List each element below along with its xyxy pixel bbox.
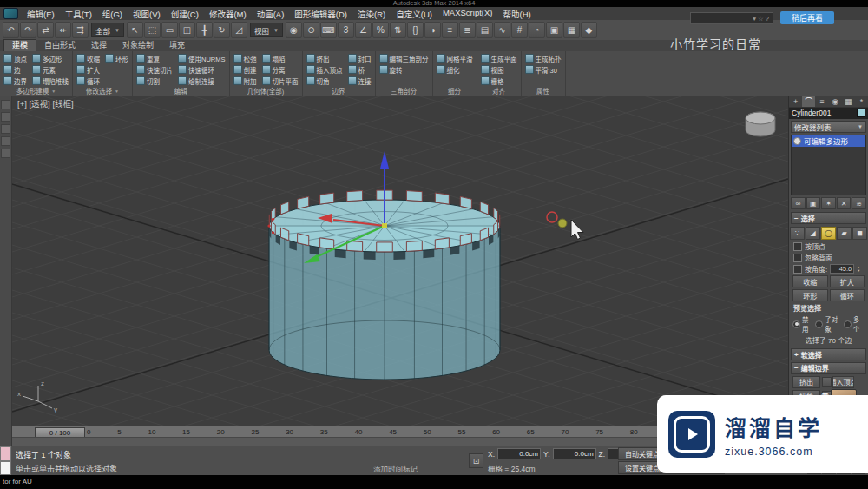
subobject-polygon[interactable]: ▰ — [837, 227, 852, 240]
ribbon-button[interactable]: 松弛 — [233, 54, 258, 63]
make-unique-button[interactable]: ✶ — [821, 197, 836, 209]
ribbon-button[interactable]: 桥 — [347, 65, 372, 75]
schematic-view-button[interactable]: # — [511, 22, 528, 38]
rendered-frame-button[interactable]: ▦ — [563, 22, 580, 38]
y-coordinate-field[interactable]: 0.0cm — [553, 448, 596, 459]
menu-item[interactable]: 视图(V) — [128, 8, 166, 20]
dock-toolbar-icon[interactable] — [1, 149, 10, 158]
menu-item[interactable]: MAXScript(X) — [437, 8, 498, 20]
show-end-result-button[interactable]: ▣ — [806, 197, 821, 209]
ribbon-button[interactable]: 附加 — [233, 76, 258, 86]
extrude-button[interactable]: 挤出 — [792, 376, 820, 388]
ribbon-button[interactable]: 封口 — [347, 54, 372, 63]
ribbon-tab[interactable]: 自由形式 — [36, 40, 83, 51]
ribbon-section-label[interactable]: 细分 — [436, 86, 474, 96]
ribbon-button[interactable]: 旋转 — [378, 65, 430, 75]
by-angle-checkbox[interactable] — [793, 265, 802, 274]
menu-item[interactable]: 动画(A) — [252, 8, 290, 20]
ignore-backfacing-checkbox[interactable] — [793, 254, 802, 262]
visibility-icon[interactable] — [793, 137, 801, 145]
ribbon-button[interactable]: 创建 — [233, 65, 258, 75]
rollout-selection-header[interactable]: − 选择 — [791, 212, 866, 224]
ring-button[interactable]: 环形 — [792, 289, 828, 301]
object-name-field[interactable]: Cylinder001 — [792, 109, 831, 117]
ribbon-section-label[interactable]: 几何体(全部) — [233, 86, 299, 96]
selection-lock-toggle[interactable]: ⊡ — [469, 453, 483, 468]
ribbon-button[interactable]: 边 — [3, 65, 28, 75]
select-and-scale-button[interactable]: ◿ — [231, 22, 247, 38]
rectangular-selection-region-button[interactable]: ▭ — [161, 22, 178, 38]
spinner-icon[interactable]: ▲▼ — [857, 266, 860, 273]
ribbon-section-label[interactable]: 边界 — [306, 86, 372, 96]
ribbon-button[interactable]: 网格平滑 — [436, 54, 474, 63]
ribbon-button[interactable]: 塌陷堆栈 — [31, 76, 69, 86]
redo-button[interactable]: ↷ — [20, 22, 36, 38]
menu-item[interactable]: 帮助(H) — [497, 8, 536, 20]
extrude-settings-button[interactable] — [822, 377, 832, 387]
preview-multiple-radio[interactable] — [844, 320, 852, 328]
modifier-stack-item-selected[interactable]: 可编辑多边形 — [792, 135, 865, 147]
percent-snap-toggle[interactable]: % — [372, 22, 389, 38]
ribbon-section-label[interactable]: 编辑 — [135, 86, 227, 96]
select-and-manipulate-button[interactable]: ⊙ — [303, 22, 319, 38]
x-coordinate-field[interactable]: 0.0cm — [497, 448, 541, 459]
ribbon-section-label[interactable]: 修改选择▼ — [76, 86, 129, 96]
menu-item[interactable]: 自定义(U) — [391, 8, 437, 20]
tab-hierarchy[interactable]: ≡ — [815, 96, 828, 107]
window-crossing-toggle[interactable]: ◫ — [179, 22, 195, 38]
menu-item[interactable]: 渲染(R) — [352, 8, 391, 20]
ribbon-button[interactable]: 切角 — [306, 76, 344, 86]
render-button[interactable]: ◆ — [581, 22, 597, 38]
viewport[interactable]: xyz [+] [透视] [线框] — [12, 96, 788, 426]
layer-explorer-button[interactable]: ≣ — [459, 22, 476, 38]
ribbon-section-label[interactable]: 多边形建模▼ — [3, 86, 69, 96]
select-object-button[interactable]: ↖ — [127, 22, 143, 38]
ribbon-button[interactable]: 连接 — [347, 76, 372, 86]
app-icon[interactable] — [3, 8, 18, 19]
dock-toolbar-icon[interactable] — [1, 124, 10, 134]
rollout-edit-borders-header[interactable]: − 编辑边界 — [791, 362, 866, 374]
grow-button[interactable]: 扩大 — [830, 275, 865, 287]
material-editor-button[interactable]: ◔ — [529, 22, 545, 38]
ribbon-button[interactable]: 边界 — [3, 76, 28, 86]
modifier-stack[interactable]: 可编辑多边形 — [791, 135, 866, 195]
select-and-move-button[interactable]: ╋ — [196, 22, 213, 38]
watch-later-button[interactable]: 稍后再看 — [780, 11, 834, 24]
tab-create[interactable]: + — [789, 96, 802, 107]
loop-button[interactable]: 循环 — [830, 289, 865, 301]
ribbon-section-label[interactable]: 对齐 — [480, 86, 518, 96]
ribbon-button[interactable]: 循环 — [76, 76, 101, 86]
tab-motion[interactable]: ◉ — [829, 96, 842, 107]
ribbon-button[interactable]: 编辑三角剖分 — [378, 54, 430, 63]
preview-disable-radio[interactable] — [792, 320, 800, 328]
ribbon-button[interactable]: 多边形 — [31, 54, 69, 63]
ribbon-button[interactable]: 扩大 — [76, 65, 101, 75]
menu-item[interactable]: 编辑(E) — [22, 8, 60, 20]
align-button[interactable]: ≡ — [442, 22, 458, 38]
reference-coordinate-dropdown[interactable]: 视图 ▼ — [250, 23, 283, 37]
menu-item[interactable]: 图形编辑器(D) — [289, 8, 352, 20]
dock-toolbar-icon[interactable] — [1, 136, 10, 146]
object-color-swatch[interactable] — [857, 109, 865, 117]
ribbon-button[interactable]: 挤出 — [306, 54, 344, 63]
snaps-toggle[interactable]: 3 — [338, 22, 354, 38]
ribbon-section-label[interactable]: 三角剖分 — [378, 86, 430, 96]
add-time-tag[interactable]: 添加时间标记 — [373, 463, 418, 473]
configure-modifier-sets-button[interactable]: ≋ — [852, 197, 866, 209]
subobject-element[interactable]: ◼ — [852, 227, 867, 240]
mirror-button[interactable]: ◑ — [424, 22, 441, 38]
ribbon-button[interactable]: 视图 — [480, 65, 518, 75]
ribbon-toggle-button[interactable]: ▤ — [477, 22, 493, 38]
tab-utilities[interactable]: * — [855, 96, 868, 107]
ribbon-tab[interactable]: 选择 — [83, 40, 115, 51]
ribbon-section-label[interactable]: 属性 — [524, 86, 562, 96]
ribbon-button[interactable]: 快速切片 — [135, 65, 174, 75]
ribbon-tab[interactable]: 对象绘制 — [115, 40, 161, 51]
ribbon-button[interactable]: 绘制连接 — [177, 76, 227, 86]
ribbon-button[interactable]: 重复 — [135, 54, 174, 63]
ribbon-button[interactable]: 使用NURMS — [177, 54, 227, 63]
modifier-list-dropdown[interactable]: 修改器列表 ▼ — [791, 121, 866, 133]
ribbon-tab[interactable]: 填充 — [161, 40, 193, 51]
infocenter-field[interactable]: ▾ ☆ ? — [690, 12, 773, 24]
ribbon-button[interactable]: 生成拓扑 — [524, 54, 562, 63]
